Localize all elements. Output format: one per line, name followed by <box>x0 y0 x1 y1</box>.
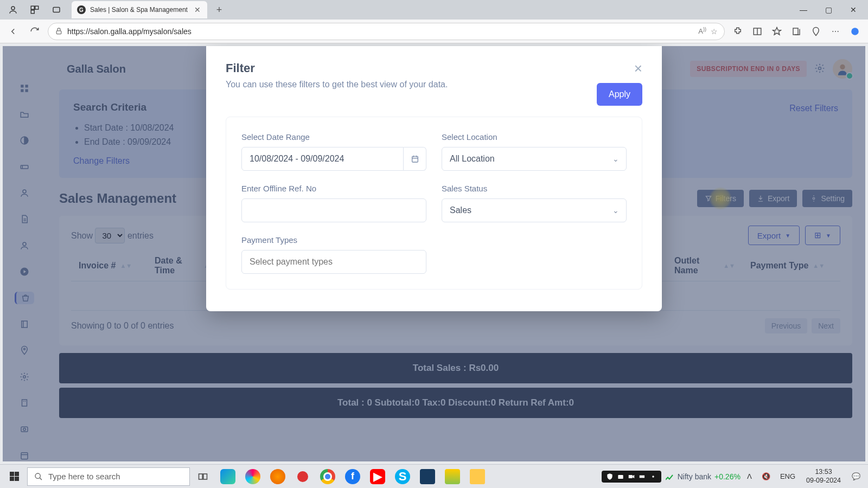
back-button[interactable] <box>4 23 22 40</box>
app-viewport: Galla Salon SUBSCRIPTION END IN 0 DAYS S… <box>0 43 868 464</box>
payment-types-group: Payment Types <box>241 235 426 274</box>
taskbar-search[interactable]: Type here to search <box>27 467 190 486</box>
browser-titlebar: G Sales | Salon & Spa Management ✕ + — ▢… <box>0 0 868 20</box>
task-view-icon[interactable] <box>191 465 215 489</box>
browser-toolbar: https://salon.galla.app/mysalon/sales A)… <box>0 20 868 43</box>
svg-rect-3 <box>31 10 34 14</box>
window-maximize-button[interactable]: ▢ <box>816 0 841 20</box>
offline-ref-label: Enter Offline Ref. No <box>241 184 426 193</box>
taskbar-facebook-icon[interactable]: f <box>341 465 365 489</box>
location-label: Select Location <box>442 132 627 142</box>
taskbar-record-icon[interactable] <box>291 465 315 489</box>
modal-subtitle: You can use these filters to get the bes… <box>226 80 448 89</box>
search-icon <box>34 472 43 481</box>
svg-rect-2 <box>35 6 39 9</box>
svg-rect-1 <box>31 6 34 9</box>
split-screen-icon[interactable] <box>749 23 766 40</box>
tab-title: Sales | Salon & Spa Management <box>90 6 189 14</box>
shield-icon <box>606 473 614 480</box>
tray-dark-pill[interactable] <box>602 471 661 483</box>
svg-point-9 <box>851 28 859 35</box>
video-icon <box>628 473 635 480</box>
svg-rect-5 <box>56 31 61 34</box>
extensions-icon[interactable] <box>729 23 746 40</box>
taskbar-copilot-icon[interactable] <box>241 465 265 489</box>
stocks-icon <box>665 472 674 481</box>
location-group: Select Location ⌄ <box>442 132 627 171</box>
window-close-button[interactable]: ✕ <box>841 0 866 20</box>
start-button[interactable] <box>2 465 26 489</box>
tab-close-icon[interactable]: ✕ <box>193 5 202 14</box>
svg-point-47 <box>652 476 654 478</box>
url-text: https://salon.galla.app/mysalon/sales <box>67 27 694 36</box>
browser-tab[interactable]: G Sales | Salon & Spa Management ✕ <box>72 1 207 18</box>
date-range-group: Select Date Range <box>241 132 426 171</box>
svg-point-0 <box>11 7 15 10</box>
offline-ref-input[interactable] <box>241 198 426 222</box>
date-range-input[interactable] <box>241 147 404 171</box>
new-tab-button[interactable]: + <box>212 4 227 16</box>
battery-icon <box>639 473 646 480</box>
search-placeholder: Type here to search <box>48 472 120 481</box>
svg-rect-42 <box>199 474 203 479</box>
camera-icon <box>617 473 624 480</box>
taskbar-youtube-icon[interactable]: ▶ <box>366 465 390 489</box>
tray-date: 09-09-2024 <box>806 477 841 485</box>
apply-button[interactable]: Apply <box>597 83 642 106</box>
filter-modal: Filter You can use these filters to get … <box>206 46 662 311</box>
svg-rect-43 <box>203 474 207 479</box>
modal-title: Filter <box>226 61 448 75</box>
gear-icon <box>649 473 657 480</box>
collections-icon[interactable] <box>788 23 805 40</box>
sales-status-select[interactable] <box>442 198 627 222</box>
copilot-icon[interactable] <box>846 23 864 40</box>
taskbar-chrome-icon[interactable] <box>316 465 340 489</box>
svg-rect-8 <box>793 28 798 35</box>
modal-close-button[interactable]: × <box>634 61 642 75</box>
location-select[interactable] <box>442 147 627 171</box>
svg-line-41 <box>40 478 42 480</box>
svg-rect-36 <box>412 156 418 162</box>
more-icon[interactable]: ⋯ <box>827 23 844 40</box>
reading-mode-icon[interactable]: A)) <box>698 27 706 35</box>
tray-mute-icon[interactable]: 🔇 <box>758 472 774 480</box>
payment-types-label: Payment Types <box>241 235 426 245</box>
svg-rect-46 <box>640 475 644 478</box>
tray-clock[interactable]: 13:53 09-09-2024 <box>802 468 845 485</box>
calendar-button[interactable] <box>404 147 426 171</box>
offline-ref-group: Enter Offline Ref. No <box>241 184 426 222</box>
tray-chevron-icon[interactable]: ᐱ <box>744 472 755 480</box>
refresh-button[interactable] <box>26 23 43 40</box>
taskbar-edge-icon[interactable] <box>216 465 240 489</box>
windows-taskbar: Type here to search f ▶ S Nifty bank +0.… <box>0 464 868 488</box>
nifty-label: Nifty bank <box>678 472 711 481</box>
tray-notifications-icon[interactable]: 💬 <box>848 472 864 480</box>
taskbar-explorer-icon[interactable] <box>465 465 489 489</box>
tray-lang[interactable]: ENG <box>777 472 799 480</box>
payment-types-input[interactable] <box>241 250 426 274</box>
taskbar-app-icon[interactable] <box>441 465 464 489</box>
nifty-change: +0.26% <box>714 472 741 481</box>
workspaces-icon[interactable] <box>24 0 46 20</box>
address-bar[interactable]: https://salon.galla.app/mysalon/sales A)… <box>48 23 725 40</box>
svg-rect-45 <box>629 475 633 478</box>
window-minimize-button[interactable]: — <box>791 0 816 20</box>
nifty-widget[interactable]: Nifty bank +0.26% <box>678 472 741 481</box>
tab-favicon-icon: G <box>77 5 86 14</box>
profile-icon[interactable] <box>2 0 24 20</box>
taskbar-firefox-icon[interactable] <box>266 465 290 489</box>
svg-point-40 <box>35 473 40 478</box>
favorites-icon[interactable] <box>768 23 786 40</box>
taskbar-store-icon[interactable] <box>416 465 439 489</box>
browser-essentials-icon[interactable] <box>807 23 825 40</box>
tab-actions-icon[interactable] <box>46 0 67 20</box>
favorite-icon[interactable]: ☆ <box>711 27 718 36</box>
sales-status-label: Sales Status <box>442 184 627 193</box>
calendar-icon <box>411 155 419 163</box>
sales-status-group: Sales Status ⌄ <box>442 184 627 222</box>
tray-time: 13:53 <box>806 468 841 477</box>
svg-rect-4 <box>53 8 60 12</box>
taskbar-skype-icon[interactable]: S <box>391 465 414 489</box>
lock-icon <box>55 27 63 35</box>
date-range-label: Select Date Range <box>241 132 426 142</box>
